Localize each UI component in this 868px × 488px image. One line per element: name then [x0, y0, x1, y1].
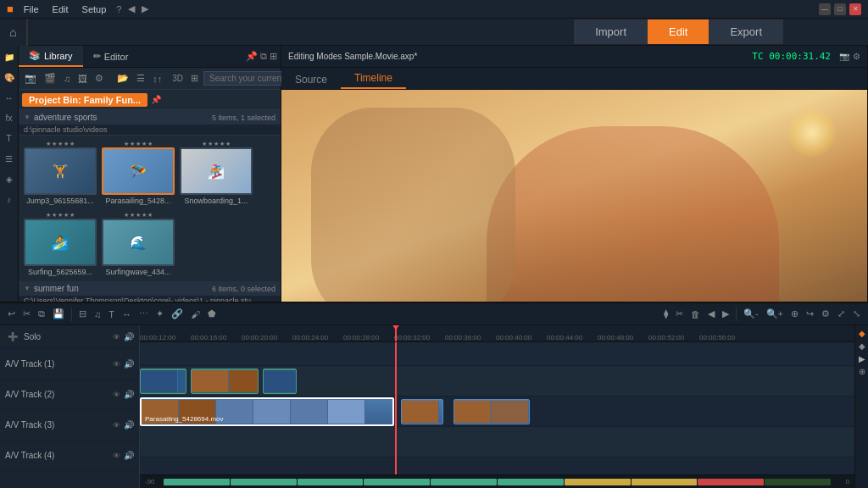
av4-vol-icon[interactable]: 🔊 [124, 451, 134, 460]
av2-eye-icon[interactable]: 👁 [113, 391, 120, 399]
maximize-button[interactable]: □ [834, 3, 846, 15]
av3-eye-icon[interactable]: 👁 [113, 421, 120, 430]
edit-tab[interactable]: Edit [648, 19, 709, 44]
section-summer-fun[interactable]: ▼ summer fun 6 items, 0 selected [19, 281, 281, 296]
tl-right-btn3[interactable]: ⊕ [859, 367, 865, 376]
menu-setup[interactable]: Setup [79, 4, 110, 14]
tl-bars-icon[interactable]: ⊟ [76, 307, 89, 321]
tl-star-icon[interactable]: ✦ [153, 307, 166, 321]
tl-zoom-out-icon[interactable]: 🔍- [741, 307, 761, 321]
tl-right-btn2[interactable]: ◆ [859, 341, 865, 351]
import-tab[interactable]: Import [574, 19, 648, 44]
tl-delete-icon[interactable]: 🗑 [688, 308, 703, 321]
tl-add-track-icon[interactable]: ➕ [5, 330, 20, 343]
solo-eye-icon[interactable]: 👁 [113, 333, 120, 341]
clip-av1-1[interactable] [140, 369, 186, 394]
av1-eye-icon[interactable]: 👁 [113, 360, 120, 369]
tl-redo-icon[interactable]: ↪ [804, 307, 816, 321]
tl-split-icon[interactable]: ✂ [20, 307, 33, 321]
sidebar-color-icon[interactable]: 🎨 [2, 69, 17, 85]
tl-playhead-icon[interactable]: ⧫ [661, 307, 670, 321]
video-icon[interactable]: 🎬 [42, 71, 58, 86]
view-icon[interactable]: ⊞ [188, 71, 201, 86]
minimize-button[interactable]: — [819, 3, 831, 15]
grid-icon[interactable]: ⊞ [270, 51, 277, 62]
sidebar-library-icon[interactable]: 📁 [2, 49, 17, 64]
clip-av1-2[interactable] [191, 369, 259, 394]
thumb-img-surfwave[interactable]: 🌊 [102, 219, 175, 266]
photo-icon[interactable]: 🖼 [75, 72, 90, 86]
timeline-toolbar: ↩ ✂ ⧉ 💾 ⊟ ♫ T ↔ ⋯ ✦ 🔗 🖌 ⬟ ⧫ ✂ 🗑 ◀ ▶ 🔍- 🔍… [0, 303, 868, 325]
sidebar-fx-icon[interactable]: fx [2, 110, 17, 125]
clip-av2-3[interactable] [453, 399, 530, 424]
tl-shape-icon[interactable]: ⬟ [205, 307, 219, 321]
close-button[interactable]: ✕ [849, 3, 861, 15]
copy-icon[interactable]: ⧉ [260, 51, 267, 62]
sidebar-chapter-icon[interactable]: ◈ [2, 171, 17, 186]
folder-icon[interactable]: 📂 [114, 71, 131, 86]
forward-nav[interactable]: ▶ [142, 3, 148, 14]
pin-small-icon[interactable]: 📌 [151, 95, 161, 104]
music-icon[interactable]: ♫ [61, 72, 73, 86]
tl-link-icon[interactable]: 🔗 [169, 307, 186, 321]
sidebar-text-icon[interactable]: T [2, 130, 17, 146]
tl-save-icon[interactable]: 💾 [50, 307, 67, 321]
tl-snap-icon[interactable]: ⊕ [788, 307, 801, 321]
clip-av1-3[interactable] [263, 369, 297, 394]
tl-nav-right[interactable]: ▶ [720, 307, 732, 321]
tl-transition-icon[interactable]: ↔ [120, 308, 134, 321]
media-thumb-parasailing[interactable]: ★★★★★ 🪂 Parasailing_5428... [100, 139, 176, 207]
tl-right-cursor[interactable]: ▶ [859, 354, 865, 363]
sidebar-menu-icon[interactable]: ☰ [2, 151, 17, 166]
list-icon[interactable]: ☰ [134, 71, 147, 86]
tl-nav-left[interactable]: ◀ [705, 307, 717, 321]
settings-icon[interactable]: ⚙ [92, 71, 106, 86]
timeline-preview-tab[interactable]: Timeline [341, 69, 406, 89]
menu-edit[interactable]: Edit [49, 4, 72, 14]
snapshot-icon[interactable]: 📷 [839, 52, 849, 61]
tl-more-icon[interactable]: ⋯ [136, 307, 151, 321]
tl-collapse-icon[interactable]: ⤡ [850, 307, 863, 321]
library-tab[interactable]: 📚 Library [19, 46, 83, 67]
solo-vol-icon[interactable]: 🔊 [124, 332, 134, 341]
tl-copy-icon[interactable]: ⧉ [36, 307, 47, 321]
tl-expand-icon[interactable]: ⤢ [835, 307, 848, 321]
tl-undo-icon[interactable]: ↩ [5, 307, 18, 321]
media-thumb-jump3[interactable]: ★★★★★ 🏋 Jump3_96155681... [22, 139, 98, 207]
back-nav[interactable]: ◀ [128, 3, 135, 14]
home-button[interactable]: ⌂ [0, 19, 27, 46]
editor-tab[interactable]: ✏ Editor [83, 46, 139, 67]
export-tab[interactable]: Export [709, 19, 783, 44]
thumb-img-jump3[interactable]: 🏋 [24, 147, 97, 195]
av1-label-text: A/V Track (1) [5, 359, 54, 369]
clip-av2-2[interactable] [401, 399, 443, 424]
tl-text2-icon[interactable]: T [106, 308, 117, 321]
main-clip-parasailing[interactable]: Parasailing_5428694.mov [140, 397, 394, 426]
av1-vol-icon[interactable]: 🔊 [124, 359, 134, 369]
tl-settings2-icon[interactable]: ⚙ [819, 307, 832, 321]
settings-icon2[interactable]: ⚙ [853, 52, 860, 61]
tl-zoom-in-icon[interactable]: 🔍+ [764, 307, 786, 321]
av3-vol-icon[interactable]: 🔊 [124, 420, 134, 430]
media-thumb-surfing[interactable]: ★★★★★ 🏄 Surfing_5625659... [22, 210, 98, 278]
tl-paint-icon[interactable]: 🖌 [188, 308, 203, 321]
pin-icon[interactable]: 📌 [246, 51, 258, 62]
tl-cut-icon[interactable]: ✂ [673, 307, 686, 321]
av2-vol-icon[interactable]: 🔊 [124, 390, 134, 399]
media-thumb-snowboard[interactable]: ★★★★★ 🏂 Snowboarding_1... [178, 139, 254, 207]
av4-eye-icon[interactable]: 👁 [113, 452, 120, 460]
project-bin-label[interactable]: Project Bin: Family Fun... [22, 93, 147, 107]
tl-right-btn1[interactable]: ◆ [859, 329, 865, 338]
menu-file[interactable]: File [20, 4, 42, 14]
camera-icon[interactable]: 📷 [22, 71, 39, 86]
media-thumb-surfwave[interactable]: ★★★★★ 🌊 Surfingwave_434... [100, 210, 176, 278]
thumb-img-snowboard[interactable]: 🏂 [180, 147, 253, 195]
source-tab[interactable]: Source [281, 70, 341, 89]
sidebar-audio-icon[interactable]: ♪ [2, 191, 17, 207]
section-adventure-sports[interactable]: ▼ adventure sports 5 items, 1 selected [19, 110, 281, 125]
tl-music-icon[interactable]: ♫ [92, 308, 103, 321]
sidebar-transition-icon[interactable]: ↔ [2, 90, 17, 105]
thumb-img-surfing[interactable]: 🏄 [24, 219, 97, 266]
thumb-img-parasailing[interactable]: 🪂 [102, 147, 175, 195]
sort-icon[interactable]: ↕↑ [150, 72, 164, 86]
